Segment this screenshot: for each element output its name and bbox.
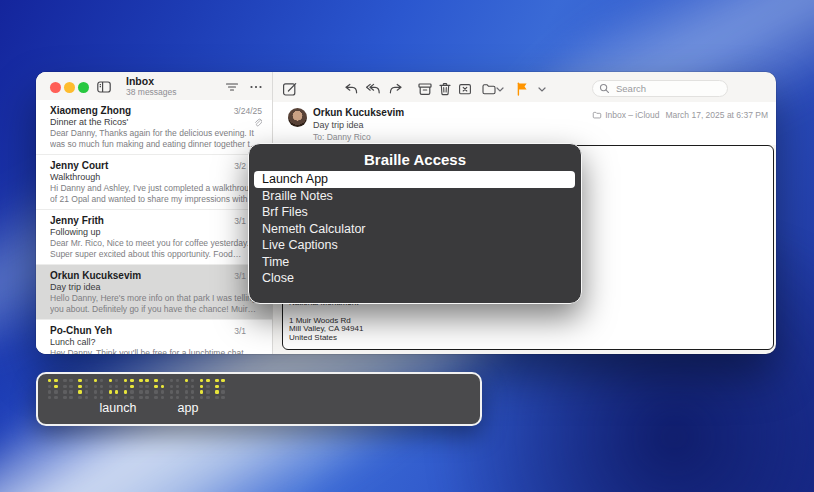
braille-word-label: app: [178, 401, 199, 415]
list-item[interactable]: Orkun Kucuksevim3/1Day trip ideaHello Da…: [36, 265, 272, 320]
junk-icon[interactable]: [455, 80, 475, 98]
braille-dot-raised: [139, 379, 142, 382]
braille-dot-lowered: [124, 396, 127, 399]
braille-dot-lowered: [139, 396, 142, 399]
sidebar-toggle-icon[interactable]: [96, 79, 112, 95]
braille-cell[interactable]: [154, 379, 166, 401]
braille-dot-lowered: [115, 396, 118, 399]
braille-dot-lowered: [48, 385, 51, 388]
braille-dot-lowered: [94, 390, 97, 393]
braille-dot-lowered: [139, 385, 142, 388]
braille-cell[interactable]: [63, 379, 75, 401]
braille-dot-raised: [124, 379, 127, 382]
trash-icon[interactable]: [435, 80, 455, 98]
reply-all-icon[interactable]: [363, 80, 383, 98]
compose-icon[interactable]: [280, 80, 300, 98]
braille-dot-lowered: [100, 385, 103, 388]
braille-dot-raised: [221, 379, 224, 382]
braille-dot-lowered: [215, 396, 218, 399]
message-snippet: Hey Danny, Think you'll be free for a lu…: [50, 348, 262, 354]
braille-cell[interactable]: [139, 379, 151, 401]
braille-cell[interactable]: [200, 379, 212, 401]
message-sender: Jenny Frith: [50, 215, 104, 226]
chevron-down-icon[interactable]: [537, 80, 547, 98]
braille-dot-lowered: [63, 396, 66, 399]
braille-dot-lowered: [130, 390, 133, 393]
braille-dot-lowered: [145, 385, 148, 388]
message-date: 3/24/25: [234, 106, 262, 116]
message-to-line: To: Danny Rico: [313, 132, 371, 142]
braille-dot-lowered: [69, 396, 72, 399]
braille-dot-lowered: [191, 396, 194, 399]
braille-dot-lowered: [170, 396, 173, 399]
forward-icon[interactable]: [386, 80, 406, 98]
braille-access-menu: Launch AppBraille NotesBrf FilesNemeth C…: [254, 171, 575, 287]
braille-dot-lowered: [69, 390, 72, 393]
braille-dot-lowered: [69, 385, 72, 388]
braille-dot-lowered: [100, 390, 103, 393]
search-text-field[interactable]: [614, 82, 718, 95]
braille-dot-lowered: [200, 396, 203, 399]
braille-dot-raised: [215, 385, 218, 388]
braille-dot-lowered: [109, 396, 112, 399]
list-item[interactable]: Jenny Court3/2WalkthroughHi Danny and As…: [36, 155, 272, 210]
filter-icon[interactable]: [224, 79, 240, 95]
message-header: Orkun Kucuksevim Day trip idea To: Danny…: [273, 102, 776, 145]
braille-cell[interactable]: [109, 379, 121, 401]
menu-item-live-captions[interactable]: Live Captions: [254, 237, 575, 254]
close-window-button[interactable]: [50, 82, 61, 93]
search-input[interactable]: [592, 80, 728, 97]
list-item[interactable]: Jenny Frith3/1Following upDear Mr. Rico,…: [36, 210, 272, 265]
braille-dot-lowered: [191, 385, 194, 388]
braille-dot-raised: [200, 385, 203, 388]
braille-cell[interactable]: [48, 379, 60, 401]
chevron-down-icon[interactable]: [495, 80, 505, 98]
braille-dot-lowered: [63, 385, 66, 388]
message-subject: Walkthrough: [50, 172, 100, 182]
flag-icon[interactable]: [512, 80, 532, 98]
list-item[interactable]: Xiaomeng Zhong3/24/25Dinner at the Ricos…: [36, 100, 272, 155]
panel-title: Braille Access: [249, 151, 581, 168]
braille-dot-raised: [215, 379, 218, 382]
menu-item-time[interactable]: Time: [254, 254, 575, 271]
braille-dot-lowered: [85, 390, 88, 393]
braille-cell[interactable]: [170, 379, 182, 401]
braille-cell[interactable]: [185, 379, 197, 401]
braille-cell[interactable]: [124, 379, 136, 401]
braille-dot-lowered: [221, 390, 224, 393]
sender-name: Orkun Kucuksevim: [313, 107, 404, 118]
mailbox-title: Inbox 38 messages: [126, 76, 177, 98]
braille-dot-lowered: [191, 390, 194, 393]
reply-icon[interactable]: [341, 80, 361, 98]
braille-dot-raised: [215, 390, 218, 393]
message-subject: Dinner at the Ricos': [50, 117, 128, 127]
message-subject: Lunch call?: [50, 337, 96, 347]
braille-dot-raised: [206, 379, 209, 382]
archive-icon[interactable]: [415, 80, 435, 98]
menu-item-launch-app[interactable]: Launch App: [254, 171, 575, 188]
braille-dot-raised: [109, 390, 112, 393]
braille-cell[interactable]: [78, 379, 90, 401]
message-subject: Day trip idea: [50, 282, 101, 292]
minimize-window-button[interactable]: [64, 82, 75, 93]
braille-cell[interactable]: [94, 379, 106, 401]
braille-dot-raised: [115, 390, 118, 393]
mailbox-name: Inbox: [126, 76, 177, 87]
menu-item-close[interactable]: Close: [254, 270, 575, 287]
message-sender: Po-Chun Yeh: [50, 325, 112, 336]
list-item[interactable]: Po-Chun Yeh3/1Lunch call?Hey Danny, Thin…: [36, 320, 272, 354]
braille-dot-lowered: [176, 385, 179, 388]
braille-dot-lowered: [85, 385, 88, 388]
braille-dot-lowered: [185, 396, 188, 399]
address-block: National Monument1 Muir Woods RdMill Val…: [289, 299, 363, 342]
ellipsis-icon[interactable]: [248, 79, 264, 95]
braille-dot-lowered: [206, 385, 209, 388]
braille-cell[interactable]: [215, 379, 227, 401]
braille-dot-lowered: [85, 379, 88, 382]
message-list-pane: Inbox 38 messages Xiaomeng Zhong3/24/25D…: [36, 72, 273, 354]
menu-item-brf-files[interactable]: Brf Files: [254, 204, 575, 221]
braille-dot-lowered: [115, 379, 118, 382]
menu-item-nemeth-calculator[interactable]: Nemeth Calculator: [254, 221, 575, 238]
zoom-window-button[interactable]: [78, 82, 89, 93]
menu-item-braille-notes[interactable]: Braille Notes: [254, 188, 575, 205]
